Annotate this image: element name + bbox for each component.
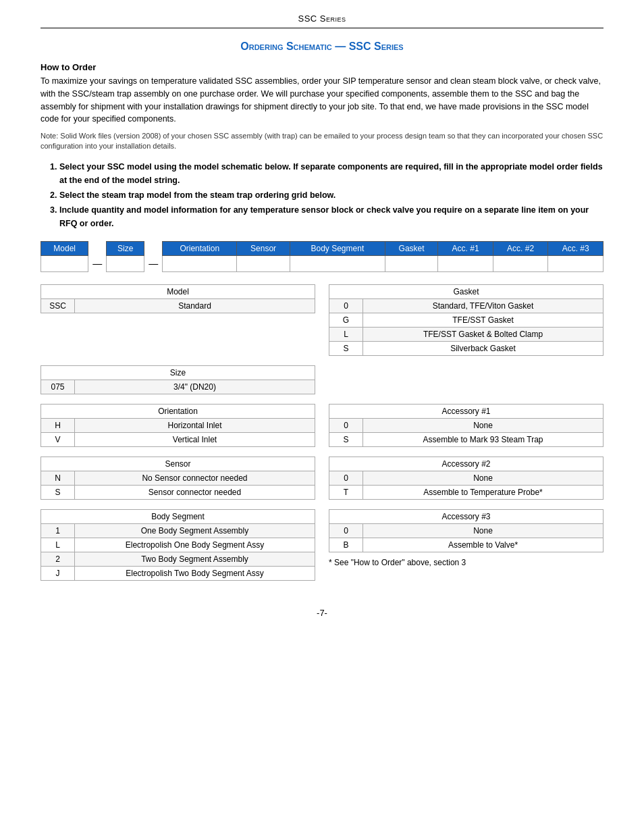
how-to-order-steps: Select your SSC model using the model sc… bbox=[59, 160, 603, 230]
acc2-row-1-desc: Assemble to Temperature Probe* bbox=[363, 485, 603, 499]
body-row-3-code: J bbox=[41, 566, 75, 580]
sch-blank2 bbox=[144, 241, 163, 255]
body-row-2-desc: Two Body Segment Assembly bbox=[75, 552, 315, 566]
size-table-header: Size bbox=[41, 365, 315, 380]
acc3-row-1-code: B bbox=[329, 538, 363, 552]
sch-col-orientation: Orientation bbox=[163, 241, 237, 255]
sensor-col: Sensor N No Sensor connector needed S Se… bbox=[41, 457, 315, 500]
orientation-table-header: Orientation bbox=[41, 404, 315, 418]
sch-row1-size bbox=[107, 255, 144, 271]
orientation-acc1-row: Orientation H Horizontal Inlet V Vertica… bbox=[41, 404, 603, 447]
how-to-order-body: To maximize your savings on temperature … bbox=[41, 75, 603, 126]
gasket-row-1-code: G bbox=[329, 313, 363, 327]
sch-row1-orientation bbox=[163, 255, 237, 271]
step-2: Select the steam trap model from the ste… bbox=[59, 188, 603, 202]
body-acc3-row: Body Segment 1 One Body Segment Assembly… bbox=[41, 509, 603, 581]
sch-row1-acc1 bbox=[438, 255, 493, 271]
acc2-col: Accessory #2 0 None T Assemble to Temper… bbox=[329, 457, 603, 500]
sch-col-acc3: Acc. #3 bbox=[548, 241, 603, 255]
acc2-row-0-code: 0 bbox=[329, 471, 363, 485]
orientation-row-1-desc: Vertical Inlet bbox=[75, 432, 315, 446]
acc1-col: Accessory #1 0 None S Assemble to Mark 9… bbox=[329, 404, 603, 447]
sch-row1-body bbox=[290, 255, 385, 271]
how-to-order-title: How to Order bbox=[41, 62, 603, 72]
sch-col-body: Body Segment bbox=[290, 241, 385, 255]
gasket-row-3-desc: Silverback Gasket bbox=[363, 341, 603, 355]
sch-row1-acc2 bbox=[493, 255, 548, 271]
orientation-table: Orientation H Horizontal Inlet V Vertica… bbox=[41, 404, 315, 447]
sch-col-acc1: Acc. #1 bbox=[438, 241, 493, 255]
model-table-header: Model bbox=[41, 284, 315, 298]
sensor-table: Sensor N No Sensor connector needed S Se… bbox=[41, 457, 315, 500]
gasket-row-2-desc: TFE/SST Gasket & Bolted Clamp bbox=[363, 327, 603, 341]
body-row-1-desc: Electropolish One Body Segment Assy bbox=[75, 538, 315, 552]
body-col: Body Segment 1 One Body Segment Assembly… bbox=[41, 509, 315, 581]
footnote: * See "How to Order" above, section 3 bbox=[329, 558, 603, 567]
size-table: Size 075 3/4" (DN20) bbox=[41, 365, 315, 394]
sch-blank1 bbox=[88, 241, 107, 255]
sch-col-sensor: Sensor bbox=[237, 241, 290, 255]
sch-row1-gasket bbox=[385, 255, 437, 271]
gasket-col: Gasket 0 Standard, TFE/Viton Gasket G TF… bbox=[329, 284, 603, 356]
acc2-table-header: Accessory #2 bbox=[329, 457, 603, 471]
body-row-0-desc: One Body Segment Assembly bbox=[75, 523, 315, 538]
sch-row1-sensor bbox=[237, 255, 290, 271]
sensor-row-1-code: S bbox=[41, 485, 75, 499]
acc2-table: Accessory #2 0 None T Assemble to Temper… bbox=[329, 457, 603, 500]
body-row-2-code: 2 bbox=[41, 552, 75, 566]
model-row-0-code: SSC bbox=[41, 298, 75, 313]
gasket-table: Gasket 0 Standard, TFE/Viton Gasket G TF… bbox=[329, 284, 603, 356]
acc1-table: Accessory #1 0 None S Assemble to Mark 9… bbox=[329, 404, 603, 447]
sch-row1-acc3 bbox=[548, 255, 603, 271]
acc3-col: Accessory #3 0 None B Assemble to Valve*… bbox=[329, 509, 603, 581]
step-3: Include quantity and model information f… bbox=[59, 203, 603, 230]
acc2-row-1-code: T bbox=[329, 485, 363, 499]
body-row-1-code: L bbox=[41, 538, 75, 552]
body-table-header: Body Segment bbox=[41, 509, 315, 523]
size-col: Size 075 3/4" (DN20) bbox=[41, 365, 315, 394]
acc1-row-0-desc: None bbox=[363, 418, 603, 432]
acc3-row-1-desc: Assemble to Valve* bbox=[363, 538, 603, 552]
body-table: Body Segment 1 One Body Segment Assembly… bbox=[41, 509, 315, 581]
model-gasket-row: Model SSC Standard Gasket 0 Standard, TF… bbox=[41, 284, 603, 356]
gasket-row-1-desc: TFE/SST Gasket bbox=[363, 313, 603, 327]
sch-dash2: — bbox=[144, 255, 163, 271]
sensor-row-1-desc: Sensor connector needed bbox=[75, 485, 315, 499]
gasket-row-0-desc: Standard, TFE/Viton Gasket bbox=[363, 298, 603, 313]
acc1-table-header: Accessory #1 bbox=[329, 404, 603, 418]
sch-row1-model bbox=[41, 255, 88, 271]
model-table: Model SSC Standard bbox=[41, 284, 315, 313]
orientation-row-0-desc: Horizontal Inlet bbox=[75, 418, 315, 432]
sensor-row-0-desc: No Sensor connector needed bbox=[75, 471, 315, 485]
acc1-row-1-desc: Assemble to Mark 93 Steam Trap bbox=[363, 432, 603, 446]
sch-col-gasket: Gasket bbox=[385, 241, 437, 255]
sensor-acc2-row: Sensor N No Sensor connector needed S Se… bbox=[41, 457, 603, 500]
sch-col-acc2: Acc. #2 bbox=[493, 241, 548, 255]
sch-col-size: Size bbox=[107, 241, 144, 255]
size-right-placeholder bbox=[329, 365, 603, 394]
sensor-table-header: Sensor bbox=[41, 457, 315, 471]
acc1-row-0-code: 0 bbox=[329, 418, 363, 432]
acc3-table-header: Accessory #3 bbox=[329, 509, 603, 523]
orientation-row-0-code: H bbox=[41, 418, 75, 432]
sensor-row-0-code: N bbox=[41, 471, 75, 485]
orientation-row-1-code: V bbox=[41, 432, 75, 446]
acc2-row-0-desc: None bbox=[363, 471, 603, 485]
size-row-0-desc: 3/4" (DN20) bbox=[75, 380, 315, 394]
step-1: Select your SSC model using the model sc… bbox=[59, 160, 603, 187]
page-footer: -7- bbox=[41, 608, 603, 618]
size-row: Size 075 3/4" (DN20) bbox=[41, 365, 603, 394]
model-row-0-desc: Standard bbox=[75, 298, 315, 313]
acc3-table: Accessory #3 0 None B Assemble to Valve* bbox=[329, 509, 603, 552]
how-to-order-section: How to Order To maximize your savings on… bbox=[41, 62, 603, 230]
gasket-row-3-code: S bbox=[329, 341, 363, 355]
page-header: SSC Series bbox=[41, 14, 603, 28]
sch-col-model: Model bbox=[41, 241, 88, 255]
how-to-order-note: Note: Solid Work files (version 2008) of… bbox=[41, 131, 603, 152]
schematic-table: Model Size Orientation Sensor Body Segme… bbox=[41, 241, 603, 272]
acc1-row-1-code: S bbox=[329, 432, 363, 446]
model-col: Model SSC Standard bbox=[41, 284, 315, 356]
sch-dash1: — bbox=[88, 255, 107, 271]
body-row-0-code: 1 bbox=[41, 523, 75, 538]
acc3-row-0-code: 0 bbox=[329, 523, 363, 538]
